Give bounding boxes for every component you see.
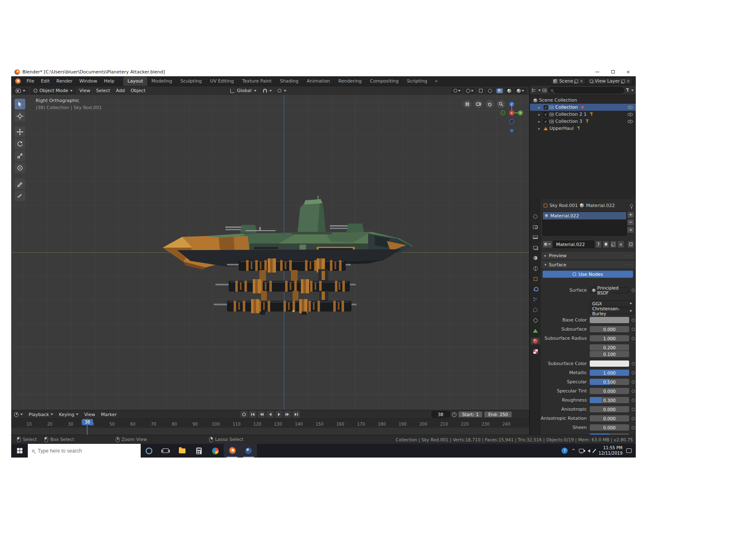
playhead-frame-label[interactable]: 38 xyxy=(82,419,93,425)
animate-dot[interactable] xyxy=(632,426,635,429)
tab-modifiers[interactable] xyxy=(531,286,540,292)
cortana-button[interactable] xyxy=(141,444,157,458)
workspace-tab[interactable]: UV Editing xyxy=(206,77,238,86)
property-field[interactable]: 0.100 xyxy=(590,351,629,357)
tab-tool[interactable] xyxy=(531,213,540,220)
shading-solid-button[interactable] xyxy=(496,88,503,94)
tab-output[interactable] xyxy=(531,234,540,241)
property-field[interactable]: 0.000 xyxy=(590,424,629,431)
workspace-tab[interactable]: Texture Paint xyxy=(238,77,276,86)
outliner-row-upperhaul[interactable]: ▸ UpperHaul xyxy=(530,125,636,132)
tray-expand-icon[interactable]: ^ xyxy=(571,448,575,453)
snap-magnet-icon[interactable] xyxy=(263,89,267,93)
outliner-row-scene-collection[interactable]: Scene Collection xyxy=(530,97,636,104)
workspace-tab[interactable]: Layout xyxy=(123,77,147,86)
prev-keyframe-button[interactable] xyxy=(258,411,265,418)
slot-specials-button[interactable] xyxy=(627,226,634,233)
shading-rendered-button[interactable] xyxy=(515,88,526,94)
property-field[interactable] xyxy=(590,317,629,323)
display-mode-icon[interactable] xyxy=(542,89,547,92)
timeline-track[interactable] xyxy=(11,428,529,435)
navigation-gizmo[interactable]: Z Y X xyxy=(500,101,524,125)
action-center-icon[interactable] xyxy=(626,448,632,453)
fake-user-button[interactable] xyxy=(603,241,609,248)
animate-dot[interactable] xyxy=(632,408,635,411)
menu-item[interactable]: File xyxy=(23,78,37,85)
animate-dot[interactable] xyxy=(632,328,635,331)
maximize-button[interactable] xyxy=(605,68,620,76)
minimize-button[interactable] xyxy=(590,68,605,76)
property-field[interactable]: 1.000 xyxy=(590,370,629,376)
pin-icon[interactable] xyxy=(630,204,633,207)
exclude-funnel-icon[interactable] xyxy=(590,112,593,116)
select-box-tool[interactable] xyxy=(15,99,25,110)
pen-icon[interactable] xyxy=(593,448,596,453)
visibility-eye-icon[interactable] xyxy=(627,106,633,109)
play-button[interactable] xyxy=(275,411,283,418)
property-field[interactable]: 0.300 xyxy=(590,397,629,403)
collection-checkbox[interactable]: ✓ xyxy=(544,119,548,124)
new-view-layer-icon[interactable] xyxy=(622,80,625,83)
outliner-search[interactable] xyxy=(548,87,624,93)
property-field[interactable]: 0.500 xyxy=(590,379,629,385)
taskbar-clock[interactable]: 11:55 PM 12/11/2019 xyxy=(598,446,622,456)
timeline-menu-item[interactable]: Keying xyxy=(56,412,81,417)
tab-scene[interactable] xyxy=(531,255,540,261)
preview-panel-header[interactable]: ▸ Preview ···· xyxy=(542,252,635,259)
workspace-tab[interactable]: Compositing xyxy=(366,77,403,86)
tab-object-data[interactable] xyxy=(531,327,540,334)
unlink-material-button[interactable]: × xyxy=(618,241,624,248)
play-reverse-button[interactable] xyxy=(266,411,274,418)
filter-funnel-icon[interactable] xyxy=(626,88,630,92)
move-tool[interactable] xyxy=(15,127,25,137)
network-icon[interactable] xyxy=(579,449,584,453)
shading-material-button[interactable] xyxy=(505,88,513,94)
transform-tool[interactable] xyxy=(15,163,25,173)
property-field[interactable]: 0.000 xyxy=(590,388,629,394)
remove-view-layer-icon[interactable]: × xyxy=(627,79,630,83)
add-workspace-tab[interactable]: + xyxy=(431,77,441,86)
material-name-field[interactable]: Material.022 xyxy=(553,241,594,248)
workspace-tab[interactable]: Shading xyxy=(276,77,303,86)
timeline-menu-item[interactable]: Playback xyxy=(26,412,56,417)
breadcrumb-object[interactable]: Sky Rod.001 xyxy=(549,203,578,208)
camera-view-button[interactable] xyxy=(474,100,483,108)
collection-checkbox[interactable]: ✓ xyxy=(544,105,548,110)
animate-dot[interactable] xyxy=(632,319,635,322)
unlink-scene-icon[interactable]: × xyxy=(580,79,583,83)
end-frame-field[interactable]: End:250 xyxy=(484,411,512,417)
current-frame-field[interactable]: 38 xyxy=(432,411,450,418)
annotate-tool[interactable] xyxy=(15,178,25,189)
animate-dot[interactable] xyxy=(632,390,635,393)
disclosure-icon[interactable]: ▸ xyxy=(538,112,542,117)
show-gizmo-toggle[interactable] xyxy=(452,88,462,93)
close-button[interactable]: × xyxy=(620,68,636,76)
pan-view-button[interactable] xyxy=(486,100,494,108)
tab-texture[interactable] xyxy=(531,348,540,355)
viewport-menu-item[interactable]: Add xyxy=(113,87,127,94)
workspace-tab[interactable]: Animation xyxy=(303,77,334,86)
panel-grip-icon[interactable]: ···· xyxy=(625,263,632,267)
orientation-label[interactable]: Global xyxy=(237,88,251,93)
tab-render[interactable] xyxy=(531,224,540,230)
taskbar-search[interactable] xyxy=(28,444,141,458)
new-material-button[interactable] xyxy=(610,241,617,248)
jump-to-end-button[interactable] xyxy=(293,411,300,418)
tab-physics[interactable] xyxy=(531,307,540,313)
shading-wireframe-button[interactable] xyxy=(486,88,494,94)
viewport-menu-item[interactable]: View xyxy=(76,87,93,94)
grid-toggle-button[interactable] xyxy=(463,100,471,108)
tab-particles[interactable] xyxy=(531,296,540,303)
property-field[interactable]: 0.000 xyxy=(590,406,629,412)
browse-material-button[interactable] xyxy=(542,241,552,248)
disclosure-icon[interactable]: ▸ xyxy=(538,127,542,131)
view-layer-selector[interactable]: View Layer × xyxy=(587,78,632,85)
animate-dot[interactable] xyxy=(632,399,635,402)
visibility-eye-icon[interactable] xyxy=(627,120,633,123)
calculator-button[interactable] xyxy=(190,444,207,458)
menu-item[interactable]: Render xyxy=(53,78,76,85)
start-frame-field[interactable]: Start:1 xyxy=(459,411,483,417)
animate-dot[interactable] xyxy=(632,417,635,420)
property-field[interactable] xyxy=(590,360,629,367)
blender-taskbar-button[interactable] xyxy=(224,444,240,458)
